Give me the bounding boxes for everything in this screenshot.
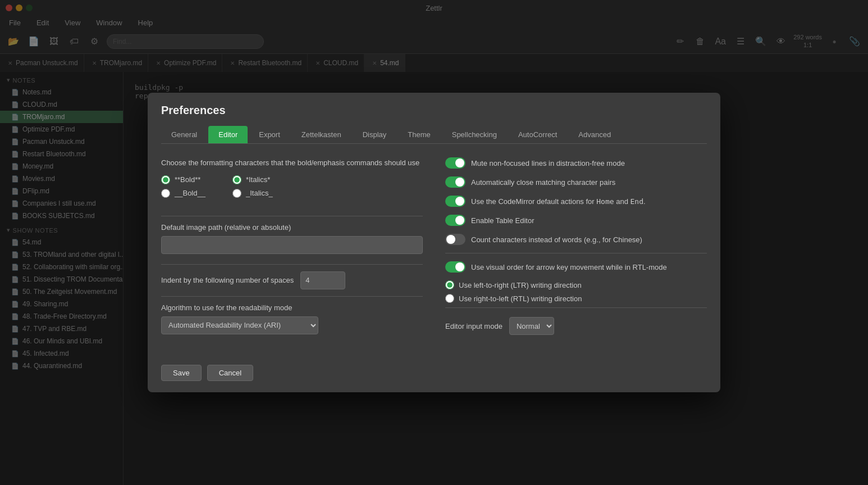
editor-input-mode-label: Editor input mode (445, 322, 502, 330)
preferences-dialog: Preferences General Editor Export Zettel… (148, 93, 720, 392)
indent-label: Indent by the following number of spaces (161, 276, 294, 284)
toggle-close-pairs-switch[interactable] (445, 176, 465, 188)
toggle-count-chars: Count characters instead of words (e.g.,… (445, 234, 707, 245)
tab-zettelkasten[interactable]: Zettelkasten (291, 126, 351, 143)
indent-row: Indent by the following number of spaces (161, 271, 423, 289)
toggle-rtl-switch[interactable] (445, 261, 465, 273)
algorithm-label: Algorithm to use for the readability mod… (161, 303, 423, 312)
dialog-col-right: Mute non-focused lines in distraction-fr… (445, 157, 707, 345)
toggle-knob (446, 235, 455, 244)
algorithm-group: Algorithm to use for the readability mod… (161, 303, 423, 334)
dialog-col-left: Choose the formatting characters that th… (161, 157, 423, 345)
italic-options: *Italics* _Italics_ (232, 175, 273, 198)
tab-advanced[interactable]: Advanced (568, 126, 621, 143)
tab-display[interactable]: Display (353, 126, 397, 143)
tab-export[interactable]: Export (249, 126, 290, 143)
writing-dir-ltr[interactable]: Use left-to-right (LTR) writing directio… (445, 280, 707, 289)
bold-options: **Bold** __Bold__ (161, 175, 205, 198)
italic-asterisk-radio[interactable] (232, 175, 241, 184)
algorithm-select[interactable]: Automated Readability Index (ARI) Colema… (161, 316, 318, 334)
formatting-label: Choose the formatting characters that th… (161, 157, 423, 169)
editor-input-mode-select[interactable]: Normal Vim Emacs (509, 317, 554, 335)
bold-italic-options: **Bold** __Bold__ *Italics* (161, 175, 423, 209)
divider2 (161, 264, 423, 265)
cancel-button[interactable]: Cancel (207, 365, 253, 381)
image-path-group: Default image path (relative or absolute… (161, 223, 423, 254)
tab-theme[interactable]: Theme (398, 126, 440, 143)
rtl-radio[interactable] (445, 294, 454, 303)
save-button[interactable]: Save (161, 365, 202, 381)
tab-general[interactable]: General (161, 126, 207, 143)
tab-autocorrect[interactable]: AutoCorrect (508, 126, 567, 143)
dialog-title: Preferences (161, 104, 707, 117)
italic-underscore-radio[interactable] (232, 189, 241, 198)
dialog-tabs: General Editor Export Zettelkasten Displ… (161, 126, 707, 144)
ltr-radio[interactable] (445, 280, 454, 289)
italic-underscore-option[interactable]: _Italics_ (232, 189, 273, 198)
toggle-knob (455, 262, 464, 271)
italic-asterisk-option[interactable]: *Italics* (232, 175, 273, 184)
toggle-knob (455, 197, 464, 206)
image-path-label: Default image path (relative or absolute… (161, 223, 423, 232)
bold-underscore-radio[interactable] (161, 189, 170, 198)
toggle-knob (455, 158, 464, 167)
toggle-count-chars-switch[interactable] (445, 234, 465, 245)
toggle-rtl-visual: Use visual order for arrow key movement … (445, 261, 707, 273)
bold-asterisk-radio[interactable] (161, 175, 170, 184)
tab-spellchecking[interactable]: Spellchecking (442, 126, 507, 143)
toggle-divider2 (445, 307, 707, 308)
divider1 (161, 216, 423, 216)
toggle-mute: Mute non-focused lines in distraction-fr… (445, 157, 707, 169)
bold-asterisk-option[interactable]: **Bold** (161, 175, 205, 184)
indent-input[interactable] (300, 271, 345, 289)
tab-editor[interactable]: Editor (208, 126, 248, 143)
toggle-knob (455, 216, 464, 225)
toggle-codemirror-switch[interactable] (445, 196, 465, 207)
toggle-close-pairs: Automatically close matching character p… (445, 176, 707, 188)
toggle-table-switch[interactable] (445, 215, 465, 226)
toggle-codemirror: Use the CodeMirror default actions for H… (445, 196, 707, 207)
dialog-body: Choose the formatting characters that th… (148, 144, 720, 358)
dialog-header: Preferences General Editor Export Zettel… (148, 93, 720, 144)
dialog-footer: Save Cancel (148, 358, 720, 392)
toggle-mute-switch[interactable] (445, 157, 465, 169)
toggle-divider1 (445, 253, 707, 253)
preferences-overlay: Preferences General Editor Export Zettel… (0, 0, 868, 485)
bold-underscore-option[interactable]: __Bold__ (161, 189, 205, 198)
divider3 (161, 296, 423, 297)
image-path-input[interactable] (161, 236, 423, 254)
toggle-table-editor: Enable Table Editor (445, 215, 707, 226)
toggle-knob (455, 178, 464, 187)
writing-dir-rtl[interactable]: Use right-to-left (RTL) writing directio… (445, 294, 707, 303)
editor-input-mode-row: Editor input mode Normal Vim Emacs (445, 317, 707, 335)
